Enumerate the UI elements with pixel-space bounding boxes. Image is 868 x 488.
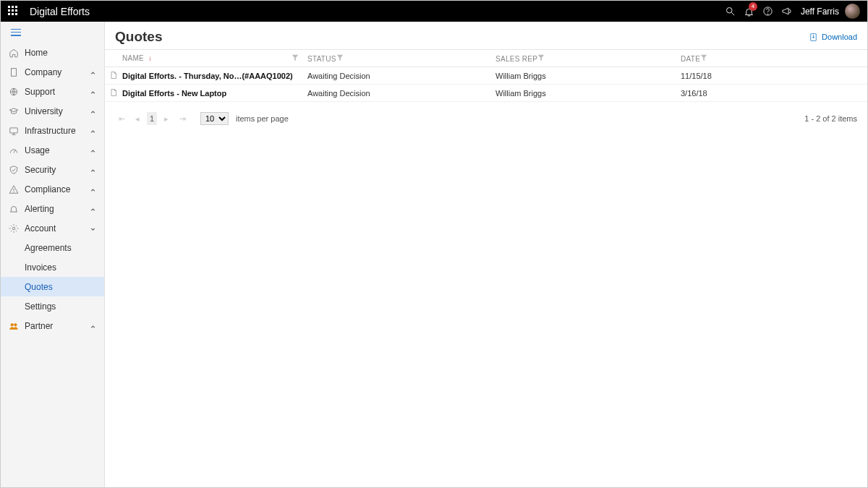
svg-point-17	[13, 192, 14, 192]
filter-icon[interactable]	[336, 55, 344, 63]
sidebar-item-label: Support	[25, 87, 90, 97]
col-status[interactable]: STATUS	[307, 55, 336, 63]
sidebar-item-label: Account	[25, 223, 90, 234]
download-icon	[809, 33, 818, 42]
sidebar-item-label: Usage	[25, 145, 90, 155]
help-icon[interactable]	[759, 1, 778, 22]
chevron-up-icon	[90, 127, 97, 134]
page-title: Quotes	[115, 29, 162, 45]
user-name[interactable]: Jeff Farris	[801, 7, 839, 17]
sidebar-item-company[interactable]: Company	[1, 62, 104, 82]
filter-icon[interactable]	[700, 55, 707, 63]
building-icon	[8, 67, 19, 77]
graduation-icon	[8, 106, 19, 116]
cell-name: Digital Efforts. - Thursday, No…(#AAAQ10…	[122, 72, 307, 80]
search-icon[interactable]	[721, 1, 740, 22]
sidebar-item-label: Company	[25, 67, 90, 77]
app-title: Digital Efforts	[30, 6, 90, 17]
filter-icon[interactable]	[537, 55, 545, 63]
globe-icon	[8, 86, 19, 97]
svg-line-1	[732, 12, 735, 15]
sidebar-sub-quotes[interactable]: Quotes	[1, 277, 104, 296]
pager-prev-button[interactable]: ◂	[131, 112, 144, 125]
chevron-up-icon	[90, 88, 97, 95]
cell-rep: William Briggs	[495, 72, 681, 80]
chevron-up-icon	[90, 147, 97, 154]
download-button[interactable]: Download	[809, 33, 857, 42]
chevron-up-icon	[90, 205, 97, 213]
sidebar-item-university[interactable]: University	[1, 101, 104, 121]
table-row[interactable]: Digital Efforts. - Thursday, No…(#AAAQ10…	[105, 67, 867, 85]
sidebar-item-security[interactable]: Security	[1, 160, 104, 179]
svg-point-0	[727, 8, 733, 14]
cell-status: Awaiting Decision	[307, 89, 495, 98]
pager-next-button[interactable]: ▸	[160, 112, 173, 125]
chevron-up-icon	[90, 69, 97, 76]
sidebar-item-home[interactable]: Home	[1, 43, 104, 62]
megaphone-icon[interactable]	[778, 1, 796, 22]
sidebar-item-alerting[interactable]: Alerting	[1, 199, 104, 218]
pager-page-number[interactable]: 1	[147, 112, 157, 125]
avatar[interactable]	[845, 4, 860, 19]
sidebar-sub-invoices[interactable]: Invoices	[1, 257, 104, 277]
filter-icon[interactable]	[292, 54, 299, 63]
cell-date: 3/16/18	[681, 89, 867, 98]
pager: ⇤ ◂ 1 ▸ ⇥ 10 items per page 1 - 2 of 2 i…	[105, 102, 867, 135]
cell-rep: William Briggs	[495, 89, 681, 98]
sidebar-item-label: Partner	[25, 321, 90, 331]
sidebar-sub-agreements[interactable]: Agreements	[1, 238, 104, 257]
sidebar-item-compliance[interactable]: Compliance	[1, 179, 104, 199]
sidebar-item-label: Alerting	[25, 204, 90, 214]
sidebar-item-infrastructure[interactable]: Infrastructure	[1, 121, 104, 140]
cell-name: Digital Efforts - New Laptop	[122, 89, 307, 98]
pager-items-label: items per page	[236, 114, 289, 123]
svg-rect-12	[9, 127, 17, 132]
sort-desc-icon: ↓	[148, 54, 152, 62]
sidebar: Home Company Support University Infrastr…	[1, 22, 105, 488]
sidebar-item-label: Security	[25, 165, 90, 175]
bell-outline-icon	[8, 203, 19, 214]
cell-date: 11/15/18	[681, 72, 867, 80]
partner-icon	[8, 320, 19, 331]
home-icon	[8, 47, 19, 58]
warning-icon	[8, 184, 19, 194]
sidebar-sub-settings[interactable]: Settings	[1, 296, 104, 316]
shield-icon	[8, 164, 19, 175]
app-launcher-icon[interactable]	[8, 6, 20, 17]
sidebar-item-partner[interactable]: Partner	[1, 316, 104, 335]
cell-status: Awaiting Decision	[307, 72, 495, 80]
col-date[interactable]: DATE	[681, 55, 700, 63]
col-name[interactable]: NAME	[122, 54, 144, 62]
svg-line-15	[14, 150, 15, 153]
sidebar-item-label: Home	[25, 48, 97, 58]
sidebar-item-label: University	[25, 106, 90, 116]
gauge-icon	[8, 145, 19, 155]
pager-last-button[interactable]: ⇥	[176, 112, 189, 125]
table-row[interactable]: Digital Efforts - New Laptop Awaiting De…	[105, 85, 867, 102]
svg-point-19	[10, 323, 12, 326]
chevron-down-icon	[90, 225, 97, 232]
chevron-up-icon	[90, 108, 97, 115]
sidebar-item-support[interactable]: Support	[1, 82, 104, 101]
notification-badge: 4	[749, 2, 757, 11]
pager-summary: 1 - 2 of 2 items	[804, 114, 857, 123]
sidebar-item-account[interactable]: Account	[1, 218, 104, 238]
svg-point-3	[768, 14, 769, 14]
pager-size-select[interactable]: 10	[200, 112, 229, 125]
gear-icon	[8, 223, 19, 234]
document-icon	[109, 71, 118, 81]
quotes-table: NAME↓ STATUS SALES REP DATE Digital Effo…	[105, 49, 867, 102]
sidebar-item-label: Infrastructure	[25, 126, 90, 136]
sidebar-item-label: Compliance	[25, 184, 90, 194]
sidebar-item-usage[interactable]: Usage	[1, 140, 104, 160]
svg-point-18	[12, 227, 15, 230]
svg-point-20	[14, 323, 16, 326]
bell-icon[interactable]: 4	[740, 1, 759, 22]
chevron-up-icon	[90, 322, 97, 330]
download-label: Download	[822, 33, 857, 41]
pager-first-button[interactable]: ⇤	[115, 112, 128, 125]
col-rep[interactable]: SALES REP	[495, 55, 537, 63]
menu-toggle-icon[interactable]	[11, 29, 21, 36]
monitor-icon	[8, 125, 19, 136]
chevron-up-icon	[90, 166, 97, 174]
